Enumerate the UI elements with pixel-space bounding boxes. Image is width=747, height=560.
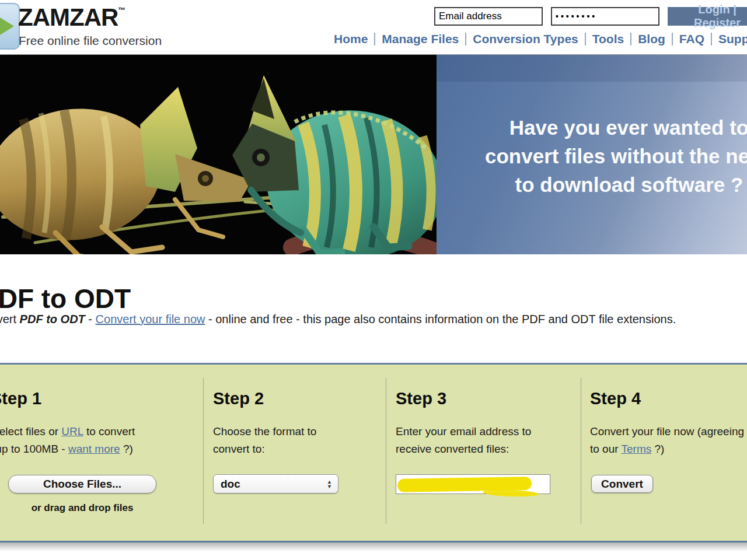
step4-title: Step 4	[590, 389, 641, 408]
select-arrows-icon: ▲ ▼	[327, 480, 332, 489]
brand-tagline: Free online file conversion	[19, 34, 162, 48]
hero-text-line1: Have you ever wanted to	[442, 113, 747, 142]
nav-blog[interactable]: Blog	[638, 32, 665, 46]
nav-faq[interactable]: FAQ	[679, 32, 704, 46]
step1-text: Select files or URL to convert (up to 10…	[0, 423, 135, 458]
nav-separator	[630, 33, 631, 46]
hero-text: Have you ever wanted to convert files wi…	[442, 113, 747, 199]
nav-support[interactable]: Support	[718, 32, 747, 46]
hero-banner: Have you ever wanted to convert files wi…	[0, 55, 747, 254]
intro-line: Convert PDF to ODT - Convert your file n…	[0, 313, 676, 326]
email-input[interactable]	[434, 7, 543, 26]
nav-separator	[374, 33, 375, 46]
url-link[interactable]: URL	[61, 425, 83, 438]
step4-text: Convert your file now (agreeing to our T…	[590, 423, 744, 458]
want-more-link[interactable]: want more	[68, 443, 120, 455]
nav-separator	[672, 33, 673, 46]
convert-your-file-now-link[interactable]: Convert your file now	[96, 313, 205, 326]
intro-dash: -	[85, 313, 96, 326]
login-button[interactable]: Login | Register	[668, 7, 747, 26]
drag-drop-text: or drag and drop files	[0, 502, 173, 514]
steps-panel: Step 1 Select files or URL to convert (u…	[0, 363, 747, 542]
brand-tm: ™	[118, 6, 125, 15]
header: ZAMZAR™ Free online file conversion Logi…	[0, 0, 747, 54]
column-divider	[581, 378, 581, 524]
page-title: PDF to ODT	[0, 283, 131, 314]
nav-tools[interactable]: Tools	[592, 32, 624, 46]
format-select[interactable]: doc ▲ ▼	[213, 474, 338, 494]
email-field[interactable]	[396, 474, 550, 494]
zamzar-logo-icon[interactable]	[0, 3, 20, 50]
intro-pre: Convert	[0, 313, 20, 326]
step3-text: Enter your email address to receive conv…	[396, 423, 531, 458]
format-select-value: doc	[221, 478, 240, 491]
logo-arrow-icon	[0, 18, 14, 35]
main-nav: Home Manage Files Conversion Types Tools…	[334, 32, 747, 46]
terms-link[interactable]: Terms	[622, 443, 652, 455]
nav-separator	[585, 33, 586, 46]
nav-conversion-types[interactable]: Conversion Types	[473, 32, 578, 46]
convert-button[interactable]: Convert	[591, 475, 653, 493]
column-divider	[203, 378, 204, 524]
steps-panel-shadow	[0, 542, 747, 551]
step2-title: Step 2	[213, 389, 264, 408]
nav-manage-files[interactable]: Manage Files	[382, 32, 459, 46]
nav-separator	[711, 33, 712, 46]
hero-text-line3: to download software ?	[442, 170, 747, 199]
step2-text: Choose the format to convert to:	[213, 423, 316, 458]
chameleons-photo	[0, 55, 437, 254]
email-redaction-tail	[483, 489, 539, 497]
intro-rest: - online and free - this page also conta…	[205, 313, 676, 326]
hero-text-line2: convert files without the need	[442, 142, 747, 170]
brand-title: ZAMZAR™	[18, 4, 125, 32]
step1-title: Step 1	[0, 389, 41, 408]
intro-bold: PDF to ODT	[20, 313, 85, 326]
nav-separator	[465, 33, 466, 46]
nav-home[interactable]: Home	[334, 32, 368, 46]
step3-title: Step 3	[396, 389, 446, 408]
column-divider	[386, 378, 386, 524]
password-input[interactable]	[551, 7, 659, 26]
choose-files-button[interactable]: Choose Files...	[8, 475, 156, 494]
